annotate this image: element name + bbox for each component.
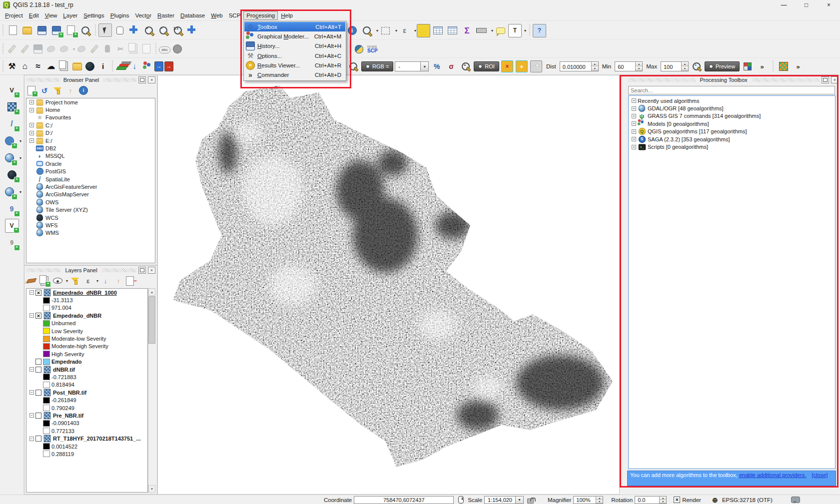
browser-float-icon[interactable] [138, 76, 146, 83]
pan-map-icon[interactable] [113, 23, 126, 37]
deselect-features-icon[interactable]: ε▾ [398, 24, 411, 37]
map-tips-icon[interactable] [494, 24, 507, 37]
scp-web-icon[interactable] [84, 60, 96, 72]
layer-row-empedrado-dnbr[interactable]: −×Empedrado_dNBR [26, 312, 147, 319]
rotation-up-icon[interactable]: ▲ [660, 497, 666, 500]
new-shapefile-layer-icon[interactable]: V [5, 219, 19, 233]
collapse-all-layers-icon[interactable]: ↑ [113, 275, 124, 286]
expand-toolbar2-icon[interactable]: » [792, 60, 804, 72]
browser-item-postgis[interactable]: PostGIS [26, 168, 155, 175]
scp-export-icon[interactable]: → [164, 61, 173, 71]
layer-checkbox[interactable]: × [35, 313, 41, 319]
min-spinner[interactable]: 60 ▲▼ [615, 61, 643, 71]
text-annotation-icon[interactable]: T▾ [508, 24, 522, 37]
scale-combo[interactable]: 1:154,020 ▾ [484, 496, 524, 504]
menu-processing[interactable]: Processing [243, 11, 278, 20]
legend-row-31-3113[interactable]: -31.3113 [26, 296, 147, 304]
scp-download-images-icon[interactable]: ☁ [45, 60, 57, 72]
scp-download-icon[interactable]: ↓ [128, 60, 140, 72]
layer-row-pre-nbr-tif[interactable]: −Pre_NBR.tif [26, 412, 147, 419]
layer-row-post-nbr-tif[interactable]: −Post_NBR.tif [26, 389, 147, 396]
legend-row-moderate-low-severity[interactable]: Moderate-low Severity [26, 335, 147, 342]
properties-widget-icon[interactable]: i [78, 85, 89, 96]
preview-zoom-icon[interactable]: + [691, 60, 703, 72]
scp-preprocessing-icon[interactable] [58, 60, 70, 72]
expander-icon[interactable]: − [29, 437, 34, 441]
layer-checkbox[interactable] [35, 367, 41, 373]
select-features-icon[interactable]: ▾ [379, 24, 392, 37]
panel-splitter[interactable] [620, 75, 626, 495]
scp-postprocessing-icon[interactable] [71, 60, 83, 72]
collapse-all-browser-icon[interactable]: ↑ [65, 85, 76, 96]
pan-to-selection-icon[interactable] [127, 23, 141, 37]
algorithm-group-grass-gis-7-commands-314-geoalgorithms[interactable]: +ψGRASS GIS 7 commands [314 geoalgorithm… [629, 112, 835, 120]
max-down-icon[interactable]: ▼ [682, 66, 688, 71]
expander-icon[interactable]: + [29, 138, 34, 143]
roi-x-icon[interactable]: × [501, 60, 513, 72]
min-up-icon[interactable]: ▲ [636, 62, 642, 66]
processing-float-icon[interactable] [822, 76, 829, 83]
add-wcs-layer-icon[interactable] [5, 168, 19, 182]
zoom-in-icon[interactable]: + [142, 23, 155, 37]
algorithm-group-models-0-geoalgorithms[interactable]: +Models [0 geoalgorithms] [629, 120, 835, 127]
layers-close-icon[interactable]: × [148, 267, 155, 274]
expand-all-icon[interactable]: ↓ [100, 275, 111, 286]
filter-legend-icon[interactable] [69, 275, 80, 286]
layer-checkbox[interactable]: × [35, 290, 41, 296]
expander-icon[interactable]: + [632, 98, 636, 103]
browser-item-spatialite[interactable]: /SpatiaLite [26, 175, 155, 183]
enable-providers-link[interactable]: enable additional providers. [739, 472, 807, 478]
layer-row-empedrado[interactable]: Empedrado [26, 358, 147, 366]
manage-visibility-icon-arrow[interactable]: ▾ [66, 279, 68, 283]
max-up-icon[interactable]: ▲ [682, 62, 688, 66]
scale-combo-arrow-icon[interactable]: ▾ [515, 497, 523, 504]
menu-settings[interactable]: Settings [80, 11, 107, 20]
menu-scp[interactable]: SCP [226, 11, 244, 20]
save-project-as-icon[interactable] [49, 23, 63, 37]
magnifier-down-icon[interactable]: ▼ [596, 500, 603, 504]
rotation-down-icon[interactable]: ▼ [660, 500, 666, 504]
layer-checkbox[interactable] [35, 436, 41, 442]
legend-row-0-818494[interactable]: 0.818494 [26, 381, 147, 389]
roi-button[interactable]: ROI [474, 61, 499, 71]
legend-row-0-721883[interactable]: -0.721883 [26, 373, 147, 381]
expander-icon[interactable]: + [632, 121, 636, 126]
expander-icon[interactable]: − [29, 390, 34, 395]
measure-icon-arrow[interactable]: ▾ [491, 28, 493, 33]
browser-item-favourites[interactable]: Favourites [26, 114, 155, 121]
scp-band-calc-icon[interactable] [115, 60, 127, 72]
rgb-button[interactable]: RGB = [361, 61, 393, 71]
preview-button[interactable]: Preview [705, 61, 740, 71]
map-canvas[interactable] [157, 75, 620, 495]
scp-bandset-icon[interactable]: ⌂ [19, 60, 31, 72]
layer-row-dnbr-tif[interactable]: −dNBR.tif [26, 366, 147, 373]
add-spatialite-layer-icon[interactable]: / [5, 117, 19, 131]
text-annotation-icon-arrow[interactable]: ▾ [524, 28, 526, 33]
menu-help[interactable]: Help [278, 11, 296, 20]
render-checkbox[interactable]: × [674, 497, 680, 503]
minimize-icon[interactable]: — [773, 0, 795, 10]
menu-layer[interactable]: Layer [60, 11, 80, 20]
legend-row-971-004[interactable]: 971.004 [26, 304, 147, 312]
expander-icon[interactable]: + [29, 108, 34, 112]
rgb-composite-icon[interactable] [742, 60, 754, 72]
layers-float-icon[interactable] [138, 267, 146, 274]
browser-item-arcgismapserver[interactable]: ArcGisMapServer [26, 191, 155, 198]
scp-cluster-icon[interactable] [141, 60, 153, 72]
filter-browser-icon[interactable] [52, 85, 63, 96]
filter-expression-icon-arrow[interactable]: ▾ [96, 279, 98, 283]
add-postgis-layer-icon-arrow[interactable]: ▾ [19, 139, 21, 143]
menu-view[interactable]: View [42, 11, 60, 20]
browser-item-arcgisfeatureserver[interactable]: ArcGisFeatureServer [26, 183, 155, 190]
processing-close-icon[interactable]: × [831, 76, 839, 83]
menu-item-graphical-modeler[interactable]: Graphical Modeler...Ctrl+Alt+M [244, 31, 345, 41]
menu-vector[interactable]: Vector [132, 11, 154, 20]
node-tool-icon-arrow[interactable]: ▾ [73, 46, 75, 51]
zoom-out-icon[interactable]: − [156, 23, 170, 37]
composer-manager-icon[interactable] [78, 23, 92, 37]
menu-project[interactable]: Project [2, 11, 26, 20]
expander-icon[interactable]: + [29, 131, 34, 135]
menu-item-toolbox[interactable]: ⚙ToolboxCtrl+Alt+T [244, 22, 345, 31]
menu-item-commander[interactable]: »CommanderCtrl+Alt+D [244, 70, 345, 79]
labeling-icon[interactable]: abc [159, 46, 170, 53]
